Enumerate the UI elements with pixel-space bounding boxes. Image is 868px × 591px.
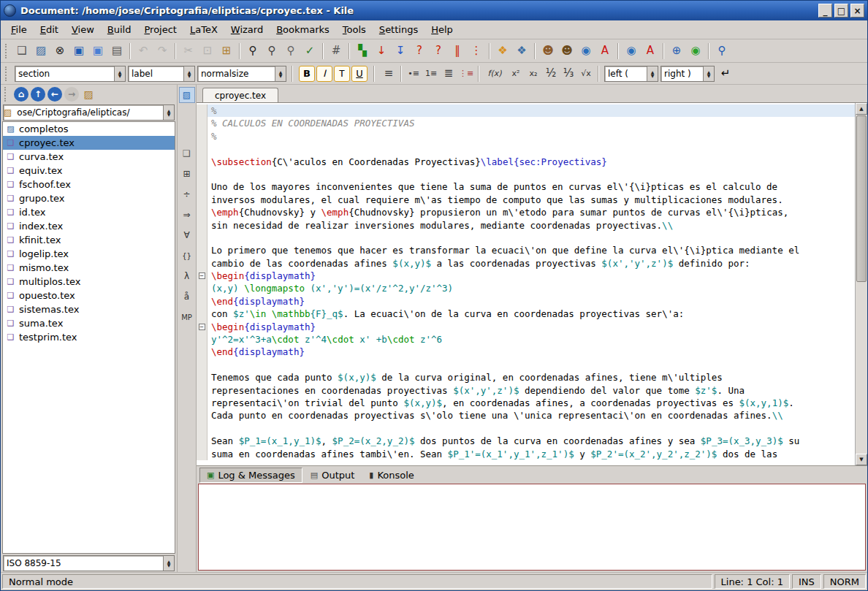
code-area[interactable]: %% CALCULOS EN COORDENADAS PROYECTIVAS% … [197, 103, 855, 465]
menu-latex[interactable]: LaTeX [184, 22, 224, 37]
file-item-logelip-tex[interactable]: ❑logelip.tex [3, 247, 175, 261]
close-document-icon[interactable]: ⊗ [51, 42, 69, 60]
open-folder-icon[interactable]: ▨ [81, 87, 96, 102]
symbols-delimiters-tab-icon[interactable]: {} [179, 248, 195, 264]
size-combo[interactable]: normalsize ▲▼ [197, 66, 286, 82]
code-line[interactable]: Uno de los mayores inconvenientes que ti… [197, 180, 855, 193]
stop-process-icon[interactable]: ‖ [449, 42, 466, 60]
code-line[interactable]: \emph{Chudnovsky} y \emph{Chudnovsky} pr… [197, 206, 855, 218]
back-icon[interactable]: ← [47, 87, 62, 102]
toolbar-grip[interactable] [5, 44, 9, 58]
label-combo[interactable]: label ▲▼ [128, 66, 195, 82]
titlebar[interactable]: Document: /home/jose/Criptografia/elipti… [1, 1, 867, 20]
typewriter-button[interactable]: T [334, 66, 350, 82]
file-item-curva-tex[interactable]: ❑curva.tex [3, 150, 175, 164]
description-list-icon[interactable]: ≣ [440, 65, 457, 83]
file-item-fschoof-tex[interactable]: ❑fschoof.tex [3, 178, 175, 191]
left-delimiter-combo[interactable]: left ( ▲▼ [604, 66, 658, 82]
up-icon[interactable]: ↑ [31, 87, 45, 102]
code-line[interactable]: Tenemos que cada punto $(x,y)$ de la cur… [197, 371, 855, 384]
clean-project-icon[interactable]: ⋮ [468, 42, 485, 60]
find-in-files-icon[interactable]: ⚲ [713, 42, 731, 60]
code-line[interactable]: representaciones en coordenadas proyecti… [197, 384, 855, 397]
menu-project[interactable]: Project [138, 22, 183, 37]
watch-file-icon[interactable]: ☻ [539, 42, 557, 60]
menu-tools[interactable]: Tools [337, 22, 372, 37]
scrollbar-thumb[interactable] [856, 115, 867, 282]
combo-arrows-icon[interactable]: ▲▼ [703, 66, 714, 81]
menu-settings[interactable]: Settings [373, 22, 424, 37]
save-all-icon[interactable]: ▣ [89, 42, 107, 60]
vertical-scrollbar[interactable]: ▲ ▼ [855, 103, 867, 465]
code-line[interactable]: \end{displaymath} [197, 295, 855, 308]
code-line[interactable]: con $z'\in \mathbb{F}_q$. La ecuaci\'on … [197, 308, 855, 320]
find-icon[interactable]: ⚲ [244, 42, 262, 60]
file-item-cproyec-tex[interactable]: ❑cproyec.tex [3, 136, 175, 150]
combo-arrows-icon[interactable]: ▲▼ [163, 105, 174, 120]
home-icon[interactable]: ⌂ [14, 87, 28, 102]
code-line[interactable]: −\begin{displaymath} [197, 270, 855, 282]
code-line[interactable]: inversos modulares, el cual requiere m\'… [197, 194, 855, 206]
scroll-down-icon[interactable]: ▼ [856, 454, 867, 465]
itemize-list-icon[interactable]: •≡ [405, 65, 422, 83]
underline-button[interactable]: U [351, 66, 368, 82]
forward-search-icon[interactable]: ? [411, 42, 428, 60]
structure-combo[interactable]: section ▲▼ [15, 66, 126, 82]
editor-view[interactable]: %% CALCULOS EN COORDENADAS PROYECTIVAS% … [197, 103, 867, 465]
bottom-tab-konsole[interactable]: ▮Konsole [362, 468, 420, 482]
menu-bookmarks[interactable]: Bookmarks [270, 22, 335, 37]
scroll-up-icon[interactable]: ▲ [856, 103, 867, 115]
newline-button[interactable]: ↵ [717, 65, 734, 83]
right-delimiter-combo[interactable]: right ) ▲▼ [660, 66, 715, 82]
select-element-icon[interactable]: # [327, 42, 345, 60]
log-messages-view[interactable] [198, 484, 866, 571]
close-button[interactable]: × [850, 4, 864, 18]
code-line[interactable]: suma en coordenadas afines tambi\'en. Se… [197, 448, 855, 460]
combo-arrows-icon[interactable]: ▲▼ [183, 66, 194, 81]
bottom-tab-log-messages[interactable]: ▣Log & Messages [199, 468, 302, 483]
list-item-icon[interactable]: ⋮≡ [457, 65, 475, 83]
path-combo[interactable]: ▨ ose/Criptografia/elipticas/ ▲▼ [3, 104, 175, 121]
structure-tab-icon[interactable]: ❑ [179, 145, 195, 161]
menu-view[interactable]: View [66, 22, 100, 37]
new-document-icon[interactable]: ❑ [13, 42, 31, 60]
italic-button[interactable]: I [316, 66, 332, 82]
code-line[interactable]: representaci\'on trivial del punto $(x,y… [197, 397, 855, 409]
file-item-suma-tex[interactable]: ❑suma.tex [3, 316, 175, 330]
symbols-operators-tab-icon[interactable]: ÷ [179, 186, 195, 202]
view-log-icon[interactable]: ☻ [558, 42, 576, 60]
menu-help[interactable]: Help [425, 22, 459, 37]
menu-build[interactable]: Build [102, 22, 137, 37]
open-file-icon[interactable]: ▨ [32, 42, 50, 60]
toolbar-grip[interactable] [5, 66, 9, 81]
pdflatex-icon[interactable]: A [596, 42, 614, 60]
superscript-icon[interactable]: x² [507, 65, 525, 83]
paste-icon[interactable]: ⊞ [218, 42, 235, 60]
code-line[interactable] [197, 232, 855, 244]
file-item-grupo-tex[interactable]: ❑grupo.tex [3, 191, 175, 205]
file-item-index-tex[interactable]: ❑index.tex [3, 219, 175, 233]
justify-block-icon[interactable]: ≡ [380, 65, 397, 83]
file-item-testprim-tex[interactable]: ❑testprim.tex [3, 330, 175, 344]
code-line[interactable]: Cada punto en coordenadas proyectivas s\… [197, 409, 855, 422]
file-item-sistemas-tex[interactable]: ❑sistemas.tex [3, 302, 175, 316]
combo-arrows-icon[interactable]: ▲▼ [163, 556, 174, 571]
code-line[interactable] [197, 142, 855, 155]
find-next-icon[interactable]: ⚲ [263, 42, 281, 60]
symbols-special-tab-icon[interactable]: å [179, 289, 195, 305]
file-item-id-tex[interactable]: ❑id.tex [3, 205, 175, 219]
encoding-combo[interactable]: ISO 8859-15 ▲▼ [3, 555, 175, 571]
code-line[interactable]: % [197, 130, 855, 142]
binomial-icon[interactable]: ⅓ [560, 65, 577, 83]
bottom-tab-output[interactable]: ▤Output [304, 468, 362, 482]
wizard-array-icon[interactable]: ❖ [513, 42, 530, 60]
editor-tab-cproyec[interactable]: cproyec.tex [202, 88, 278, 102]
inverse-search-icon[interactable]: ? [430, 42, 447, 60]
spellcheck-icon[interactable]: ✓ [301, 42, 319, 60]
file-item-kfinit-tex[interactable]: ❑kfinit.tex [3, 233, 175, 247]
code-line[interactable]: sin necesidad de realizar inversiones mo… [197, 219, 855, 232]
combo-arrows-icon[interactable]: ▲▼ [114, 66, 125, 81]
minimize-button[interactable]: _ [818, 4, 832, 18]
file-item-mismo-tex[interactable]: ❑mismo.tex [3, 261, 175, 275]
code-line[interactable]: \subsection{C\'aculos en Coordenadas Pro… [197, 156, 855, 168]
